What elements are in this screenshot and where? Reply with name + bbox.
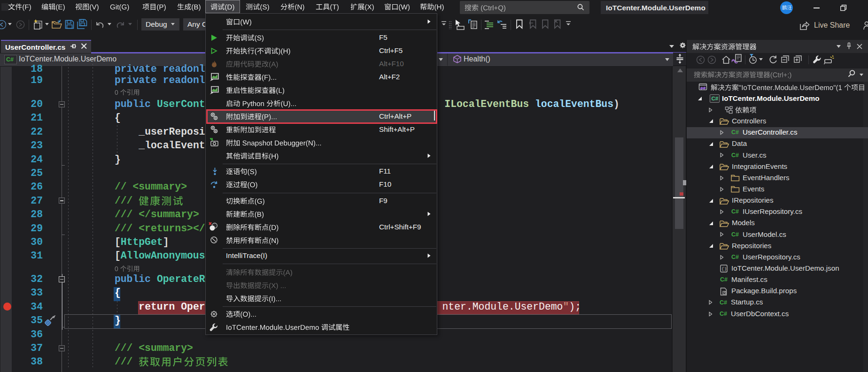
svg-text:{): {) [721,267,727,272]
